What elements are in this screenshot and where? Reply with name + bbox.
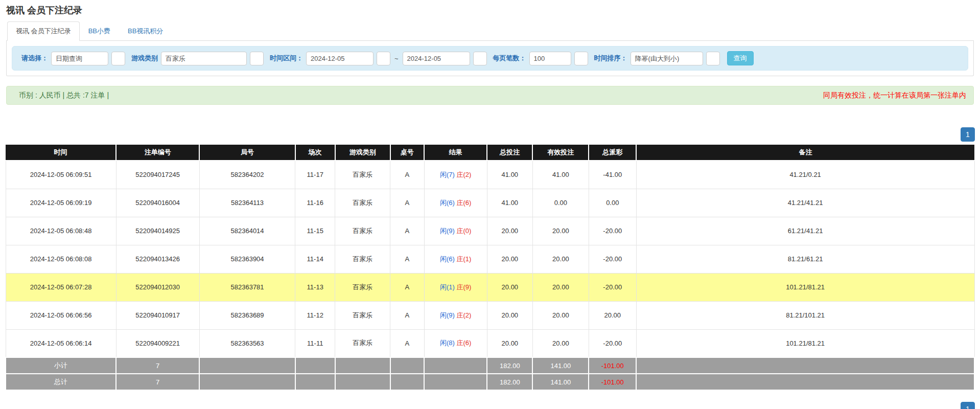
tab-bar: 视讯 会员下注纪录 BB小费 BB视讯积分: [6, 21, 974, 41]
grand-total-label: 总计: [6, 374, 116, 390]
cell-payout: 0.00: [589, 189, 636, 217]
subtotal-count: 7: [116, 357, 199, 374]
subtotal-payout: -101.00: [589, 357, 636, 374]
cell-payout: 20.00: [589, 301, 636, 329]
cell-valid-bet: 20.00: [532, 273, 589, 301]
cell-time: 2024-12-05 06:07:28: [6, 273, 116, 301]
page-size-dropdown-button[interactable]: [574, 52, 588, 65]
table-row: 2024-12-05 06:09:51522094017245582364202…: [6, 161, 974, 189]
tab-bb-video-points[interactable]: BB视讯积分: [119, 21, 172, 41]
subtotal-total-bet: 182.00: [487, 357, 532, 374]
cell-table-no: A: [390, 245, 424, 273]
cell-payout: -20.00: [589, 329, 636, 357]
tab-bb-tip[interactable]: BB小费: [80, 21, 119, 41]
cell-total-bet[interactable]: 20.00: [487, 301, 532, 329]
cell-total-bet[interactable]: 20.00: [487, 217, 532, 245]
page-1-button[interactable]: 1: [961, 127, 975, 142]
cell-total-bet[interactable]: 20.00: [487, 329, 532, 357]
subtotal-label: 小计: [6, 357, 116, 374]
summary-bar: 币别 : 人民币 | 总共 :7 注单 | 同局有效投注，统一计算在该局第一张注…: [6, 86, 974, 105]
cell-result: 闲(6) 庄(1): [424, 245, 487, 273]
header-time: 时间: [6, 145, 116, 161]
result-player: 闲(9): [440, 227, 455, 235]
filter-panel: 请选择： 日期查询 游戏类别 百家乐 时间区间： 2024-12-05 ~ 20…: [6, 41, 974, 76]
cell-remark: 101.21/81.21: [636, 273, 974, 301]
cell-round-id: 582363689: [199, 301, 295, 329]
table-row: 2024-12-05 06:06:14522094009221582363563…: [6, 329, 974, 357]
cell-time: 2024-12-05 06:06:56: [6, 301, 116, 329]
cell-payout: -20.00: [589, 245, 636, 273]
header-remark: 备注: [636, 145, 974, 161]
cell-result: 闲(8) 庄(6): [424, 329, 487, 357]
query-type-select[interactable]: 日期查询: [51, 52, 108, 65]
table-row: 2024-12-05 06:09:19522094016004582364113…: [6, 189, 974, 217]
result-player: 闲(1): [440, 283, 455, 291]
date-range-separator: ~: [393, 55, 400, 62]
cell-payout: -20.00: [589, 217, 636, 245]
cell-game-type: 百家乐: [335, 161, 390, 189]
query-type-dropdown-button[interactable]: [111, 52, 125, 65]
date-to-picker-button[interactable]: [473, 52, 487, 65]
cell-time: 2024-12-05 06:08:48: [6, 217, 116, 245]
result-player: 闲(7): [440, 171, 455, 178]
table-body: 2024-12-05 06:09:51522094017245582364202…: [6, 161, 974, 357]
table-header-row: 时间 注单编号 局号 场次 游戏类别 桌号 结果 总投注 有效投注 总派彩 备注: [6, 145, 974, 161]
cell-game-type: 百家乐: [335, 245, 390, 273]
result-player: 闲(6): [440, 199, 455, 207]
cell-total-bet[interactable]: 41.00: [487, 189, 532, 217]
header-game-type: 游戏类别: [335, 145, 390, 161]
cell-result: 闲(1) 庄(9): [424, 273, 487, 301]
cell-round-id: 582364202: [199, 161, 295, 189]
cell-payout: -20.00: [589, 273, 636, 301]
page-size-input[interactable]: 100: [529, 52, 571, 65]
cell-bet-id: 522094014925: [116, 217, 199, 245]
cell-round-id: 582364014: [199, 217, 295, 245]
search-button[interactable]: 查询: [727, 51, 754, 65]
game-type-label: 游戏类别: [131, 54, 158, 63]
table-row: 2024-12-05 06:06:56522094010917582363689…: [6, 301, 974, 329]
header-total-bet: 总投注: [487, 145, 532, 161]
cell-total-bet[interactable]: 20.00: [487, 273, 532, 301]
cell-bet-id: 522094013426: [116, 245, 199, 273]
header-payout: 总派彩: [589, 145, 636, 161]
date-from-input[interactable]: 2024-12-05: [306, 52, 374, 65]
cell-table-no: A: [390, 273, 424, 301]
result-banker: 庄(1): [456, 255, 471, 263]
cell-valid-bet: 20.00: [532, 245, 589, 273]
cell-table-no: A: [390, 329, 424, 357]
cell-valid-bet: 20.00: [532, 329, 589, 357]
tab-betting-records[interactable]: 视讯 会员下注纪录: [7, 21, 80, 41]
table-row: 2024-12-05 06:07:28522094012030582363781…: [6, 273, 974, 301]
time-sort-select[interactable]: 降幂(由大到小): [631, 52, 703, 65]
cell-table-no: A: [390, 189, 424, 217]
header-bet-id: 注单编号: [116, 145, 199, 161]
pagination-bottom: 1: [5, 402, 975, 409]
cell-total-bet[interactable]: 20.00: [487, 245, 532, 273]
date-to-input[interactable]: 2024-12-05: [403, 52, 470, 65]
cell-result: 闲(9) 庄(2): [424, 301, 487, 329]
subtotal-valid-bet: 141.00: [532, 357, 589, 374]
result-banker: 庄(6): [456, 339, 471, 347]
cell-game-type: 百家乐: [335, 189, 390, 217]
pagination-top: 1: [5, 127, 975, 142]
date-from-picker-button[interactable]: [377, 52, 390, 65]
grand-total-payout: -101.00: [589, 374, 636, 390]
game-type-dropdown-button[interactable]: [250, 52, 264, 65]
query-type-label: 请选择：: [21, 54, 48, 63]
table-footer: 小计 7 182.00 141.00 -101.00 总计 7 182.00 1…: [6, 357, 974, 390]
cell-table-no: A: [390, 217, 424, 245]
time-range-label: 时间区间：: [270, 54, 303, 63]
cell-session: 11-15: [295, 217, 335, 245]
cell-total-bet[interactable]: 41.00: [487, 161, 532, 189]
cell-table-no: A: [390, 301, 424, 329]
header-round-id: 局号: [199, 145, 295, 161]
page-1-button-bottom[interactable]: 1: [961, 402, 975, 409]
cell-session: 11-12: [295, 301, 335, 329]
cell-round-id: 582364113: [199, 189, 295, 217]
cell-time: 2024-12-05 06:09:19: [6, 189, 116, 217]
cell-game-type: 百家乐: [335, 329, 390, 357]
cell-bet-id: 522094010917: [116, 301, 199, 329]
game-type-select[interactable]: 百家乐: [161, 52, 247, 65]
time-sort-dropdown-button[interactable]: [706, 52, 720, 65]
page-size-label: 每页笔数：: [493, 54, 526, 63]
